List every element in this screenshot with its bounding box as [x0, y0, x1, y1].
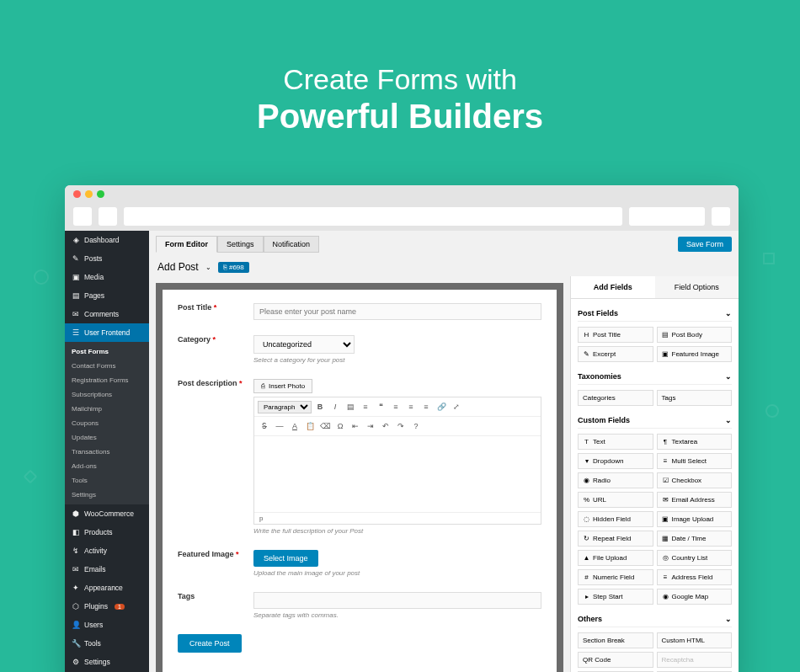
chevron-down-icon[interactable]: ⌄	[205, 264, 211, 271]
field-type-hidden-field[interactable]: ◌Hidden Field	[578, 511, 653, 527]
field-type-section-break[interactable]: Section Break	[578, 632, 653, 648]
field-type-categories[interactable]: Categories	[578, 390, 653, 406]
sidebar-item-appearance[interactable]: ✦Appearance	[65, 579, 149, 597]
sidebar-item-comments[interactable]: ✉Comments	[65, 305, 149, 323]
align-right-icon[interactable]: ≡	[419, 400, 433, 413]
sidebar-item-woocommerce[interactable]: ⬢WooCommerce	[65, 504, 149, 523]
toolbar-square-2[interactable]	[99, 207, 117, 226]
sidebar-sub-transactions[interactable]: Transactions	[65, 445, 149, 459]
field-type-country-list[interactable]: ◎Country List	[657, 550, 733, 566]
sidebar-item-posts[interactable]: ✎Posts	[65, 249, 149, 268]
strike-icon[interactable]: S̶	[258, 419, 271, 433]
field-type-dropdown[interactable]: ▾Dropdown	[578, 453, 653, 469]
sidebar-item-plugins[interactable]: ⬡Plugins1	[65, 597, 149, 616]
field-type-excerpt[interactable]: ✎Excerpt	[578, 346, 653, 362]
sidebar-item-tools[interactable]: 🔧Tools	[65, 634, 149, 653]
field-type-multi-select[interactable]: ≡Multi Select	[657, 453, 733, 469]
align-center-icon[interactable]: ≡	[404, 400, 418, 413]
char-icon[interactable]: Ω	[333, 419, 347, 433]
field-type-textarea[interactable]: ¶Textarea	[657, 434, 733, 450]
field-type-step-start[interactable]: ▸Step Start	[578, 589, 653, 605]
close-dot[interactable]	[73, 190, 81, 198]
link-icon[interactable]: 🔗	[435, 400, 448, 413]
tab-settings[interactable]: Settings	[217, 236, 264, 253]
sidebar-sub-tools[interactable]: Tools	[65, 473, 149, 488]
sidebar-sub-mailchimp[interactable]: Mailchimp	[65, 402, 149, 416]
align-left-icon[interactable]: ≡	[389, 400, 403, 413]
field-type-address-field[interactable]: ≡Address Field	[657, 569, 733, 585]
field-type-numeric-field[interactable]: #Numeric Field	[578, 569, 653, 585]
section-header[interactable]: Taxonomies⌄	[578, 369, 732, 385]
section-header[interactable]: Custom Fields⌄	[578, 413, 732, 429]
section-header[interactable]: Others⌄	[578, 611, 732, 627]
field-type-date---time[interactable]: ▦Date / Time	[657, 531, 733, 547]
sidebar-item-settings[interactable]: ⚙Settings	[65, 653, 149, 671]
category-select[interactable]: Uncategorized	[253, 335, 355, 354]
sidebar-sub-coupons[interactable]: Coupons	[65, 416, 149, 430]
tab-notification[interactable]: Notification	[264, 236, 320, 253]
field-type-file-upload[interactable]: ▲File Upload	[578, 550, 653, 566]
outdent-icon[interactable]: ⇤	[349, 419, 362, 433]
maximize-dot[interactable]	[97, 190, 104, 198]
expand-icon[interactable]: ⤢	[450, 400, 463, 413]
panel-tab-add-fields[interactable]: Add Fields	[571, 276, 655, 298]
toolbar-square-3[interactable]	[712, 207, 730, 226]
shortcode-chip[interactable]: ⎘ #698	[218, 262, 249, 273]
bold-icon[interactable]: B	[313, 400, 327, 413]
redo-icon[interactable]: ↷	[394, 419, 408, 433]
sidebar-sub-subscriptions[interactable]: Subscriptions	[65, 387, 149, 402]
post-title-input[interactable]	[253, 303, 541, 320]
bullet-list-icon[interactable]: ▤	[344, 400, 357, 413]
field-type-custom-html[interactable]: Custom HTML	[657, 632, 733, 648]
paragraph-select[interactable]: Paragraph	[258, 401, 312, 413]
field-type-url[interactable]: %URL	[578, 492, 653, 508]
minimize-dot[interactable]	[85, 190, 93, 198]
tags-input[interactable]	[253, 592, 541, 609]
sidebar-item-media[interactable]: ▣Media	[65, 268, 149, 286]
create-post-button[interactable]: Create Post	[178, 634, 242, 653]
quote-icon[interactable]: ❝	[374, 400, 387, 413]
field-type-featured-image[interactable]: ▣Featured Image	[657, 346, 733, 362]
field-type-email-address[interactable]: ✉Email Address	[657, 492, 733, 508]
sidebar-sub-contact-forms[interactable]: Contact Forms	[65, 359, 149, 373]
hr-icon[interactable]: —	[273, 419, 286, 433]
field-type-radio[interactable]: ◉Radio	[578, 472, 653, 488]
sidebar-item-activity[interactable]: ↯Activity	[65, 541, 149, 560]
url-bar[interactable]	[124, 207, 622, 226]
sidebar-sub-updates[interactable]: Updates	[65, 430, 149, 445]
clear-icon[interactable]: ⌫	[318, 419, 332, 433]
select-image-button[interactable]: Select Image	[253, 550, 318, 567]
sidebar-item-users[interactable]: 👤Users	[65, 616, 149, 634]
field-type-image-upload[interactable]: ▣Image Upload	[657, 511, 733, 527]
italic-icon[interactable]: I	[328, 400, 342, 413]
insert-photo-button[interactable]: ⎙Insert Photo	[253, 379, 312, 393]
field-type-repeat-field[interactable]: ↻Repeat Field	[578, 531, 653, 547]
panel-tab-field-options[interactable]: Field Options	[655, 276, 739, 298]
sidebar-sub-add-ons[interactable]: Add-ons	[65, 459, 149, 473]
save-form-button[interactable]: Save Form	[678, 237, 732, 252]
paste-icon[interactable]: 📋	[303, 419, 317, 433]
sidebar-item-pages[interactable]: ▤Pages	[65, 286, 149, 305]
field-type-qr-code[interactable]: QR Code	[578, 652, 653, 668]
sidebar-item-products[interactable]: ◧Products	[65, 523, 149, 541]
tab-form-editor[interactable]: Form Editor	[156, 236, 217, 253]
help-icon[interactable]: ?	[409, 419, 423, 433]
undo-icon[interactable]: ↶	[379, 419, 392, 433]
field-type-google-map[interactable]: ◉Google Map	[657, 589, 733, 605]
text-color-icon[interactable]: A	[288, 419, 301, 433]
field-type-checkbox[interactable]: ☑Checkbox	[657, 472, 733, 488]
number-list-icon[interactable]: ≡	[359, 400, 372, 413]
sidebar-item-user-frontend[interactable]: ☰User Frontend	[65, 323, 149, 342]
sidebar-item-emails[interactable]: ✉Emails	[65, 560, 149, 579]
editor-textarea[interactable]	[254, 436, 541, 512]
toolbar-square-1[interactable]	[73, 207, 92, 226]
field-type-tags[interactable]: Tags	[657, 390, 733, 406]
sidebar-sub-registration-forms[interactable]: Registration Forms	[65, 373, 149, 387]
field-type-post-title[interactable]: HPost Title	[578, 327, 653, 343]
sidebar-item-dashboard[interactable]: ◈Dashboard	[65, 231, 149, 249]
sidebar-sub-post-forms[interactable]: Post Forms	[65, 344, 149, 359]
toolbar-button[interactable]	[629, 207, 705, 226]
section-header[interactable]: Post Fields⌄	[578, 306, 732, 322]
sidebar-sub-settings[interactable]: Settings	[65, 488, 149, 502]
indent-icon[interactable]: ⇥	[364, 419, 377, 433]
